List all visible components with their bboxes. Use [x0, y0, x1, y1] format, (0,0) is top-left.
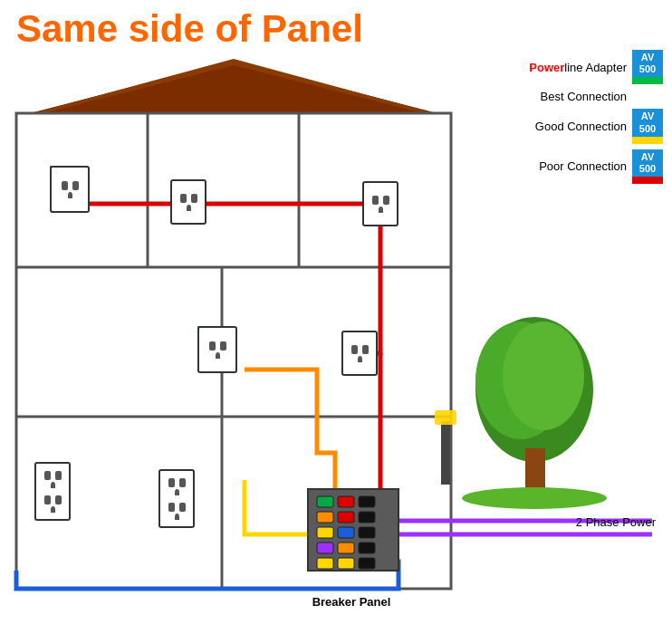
svg-point-27: [475, 317, 593, 462]
svg-marker-1: [16, 59, 451, 118]
legend: Powerline Adapter AV500 Best Connection …: [529, 50, 663, 184]
svg-rect-12: [359, 496, 375, 507]
phase-power-label: 2 Phase Power: [576, 515, 656, 529]
svg-rect-11: [338, 496, 354, 507]
legend-poor-badge: AV500: [632, 149, 663, 177]
svg-rect-20: [338, 543, 354, 553]
svg-rect-16: [317, 527, 333, 538]
legend-best-bar: [632, 77, 663, 84]
svg-rect-22: [317, 558, 333, 569]
svg-rect-23: [338, 558, 354, 569]
svg-point-31: [462, 487, 607, 509]
legend-item-good: Good Connection AV500: [535, 109, 663, 143]
svg-rect-17: [338, 527, 354, 538]
svg-rect-13: [317, 512, 333, 523]
outlet-top-left: AV 500: [50, 166, 86, 204]
breaker-panel-label: Breaker Panel: [306, 595, 397, 609]
svg-rect-19: [317, 543, 333, 553]
svg-rect-10: [317, 496, 333, 507]
legend-powerline-label: Powerline Adapter: [529, 61, 627, 74]
svg-rect-15: [359, 512, 375, 523]
outlet-mid-left: AV 500: [197, 326, 234, 364]
legend-good-bar: [632, 137, 663, 144]
svg-point-29: [503, 322, 584, 430]
legend-best-label: Best Connection: [541, 90, 627, 103]
svg-rect-30: [525, 448, 545, 498]
svg-rect-26: [435, 410, 456, 425]
svg-point-28: [475, 322, 566, 439]
svg-rect-18: [359, 527, 375, 538]
page-title: Same side of Panel: [16, 7, 363, 51]
svg-rect-24: [359, 558, 375, 569]
svg-rect-21: [359, 543, 375, 553]
svg-marker-0: [16, 62, 451, 118]
legend-good-badge: AV500: [632, 109, 663, 136]
legend-best-badge: AV500: [632, 50, 663, 77]
legend-poor-label: Poor Connection: [539, 159, 627, 173]
svg-rect-25: [441, 421, 450, 485]
svg-rect-9: [308, 489, 398, 571]
legend-item-poor: Poor Connection AV500: [539, 149, 663, 184]
svg-rect-14: [338, 512, 354, 523]
legend-item-best-label: Best Connection: [541, 90, 663, 103]
legend-good-label: Good Connection: [535, 120, 627, 133]
legend-poor-bar: [632, 177, 663, 184]
legend-item-best: Powerline Adapter AV500: [529, 50, 663, 84]
